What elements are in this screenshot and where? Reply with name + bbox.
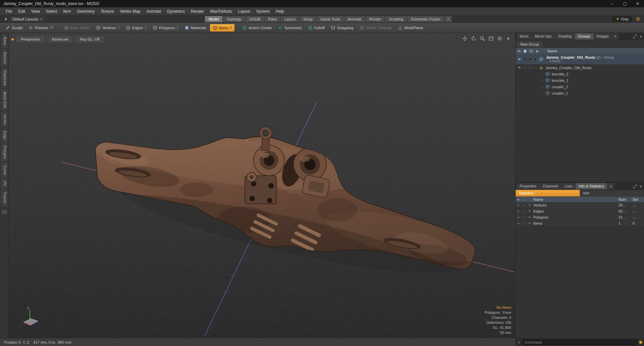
menu-item[interactable]: Item — [60, 8, 74, 15]
side-tab-uv[interactable]: UV — [1, 178, 7, 189]
default-layouts-dropdown[interactable]: Default Layouts ▾ — [9, 16, 45, 22]
auto-select-button[interactable]: Auto Select — [61, 24, 93, 32]
side-tab-deform[interactable]: Deform — [1, 49, 7, 66]
stats-row-items[interactable]: + - ► Items 1 0 — [516, 220, 644, 226]
advanced-button[interactable]: Advanced — [47, 36, 73, 42]
add-panel-tab-button[interactable]: + — [607, 183, 614, 189]
falloff-button[interactable]: Falloff — [305, 24, 327, 32]
menu-geometry[interactable]: Geometry — [74, 8, 98, 15]
side-tab-polygon[interactable]: Polygon — [1, 143, 7, 162]
menu-animate[interactable]: Animate — [143, 8, 164, 15]
collapse-button[interactable]: - — [521, 215, 527, 219]
side-tab-duplicate[interactable]: Duplicate — [1, 68, 7, 88]
symmetry-button[interactable]: Symmetry — [275, 24, 305, 32]
menu-texture[interactable]: Texture — [98, 8, 117, 15]
mesh-checkbox-1[interactable] — [524, 66, 527, 69]
group-row[interactable]: Janney_Coupler_Old_Rusty (2) : Group 5 I… — [516, 54, 644, 64]
tab-images[interactable]: Images — [594, 33, 612, 40]
side-tab-vertex[interactable]: Vertex — [1, 112, 7, 127]
viewport-gear-icon[interactable] — [497, 36, 502, 41]
tree-row-knuckle-1[interactable]: knuckle_1 — [516, 77, 644, 83]
collapse-button[interactable]: - — [521, 221, 527, 225]
tab-uvedit[interactable]: UVEdit — [245, 16, 264, 22]
add-layout-tab-button[interactable]: + — [444, 16, 452, 22]
add-panel-tab-button[interactable]: + — [612, 33, 619, 40]
tab-setup[interactable]: Setup — [300, 16, 317, 22]
mesh-checkbox-2[interactable] — [529, 66, 532, 69]
menu-system[interactable]: System — [253, 8, 273, 15]
panel-menu-icon[interactable] — [639, 184, 643, 188]
menu-select[interactable]: Select — [43, 8, 60, 15]
tab-items[interactable]: Items — [517, 33, 532, 40]
tab-schematic-fusion[interactable]: Schematic Fusion — [407, 16, 444, 22]
menu-view[interactable]: View — [28, 8, 43, 15]
edges-mode-button[interactable]: Edges 2 — [123, 24, 149, 32]
snapping-button[interactable]: Snapping — [328, 24, 356, 32]
sub-tab-statistics[interactable]: Statistics — [516, 190, 580, 196]
stats-row-edges[interactable]: + - ► Edges 42... ... — [516, 208, 644, 214]
menu-maxtomodo[interactable]: MaxToModo — [207, 8, 235, 15]
side-tab-mesh-edit[interactable]: Mesh Edit — [1, 89, 7, 111]
menu-dynamics[interactable]: Dynamics — [164, 8, 188, 15]
collapse-button[interactable]: - — [521, 209, 527, 213]
expand-button[interactable]: + — [516, 221, 521, 225]
select-through-button[interactable]: Select Through — [357, 24, 395, 32]
tab-scripting[interactable]: Scripting — [385, 16, 407, 22]
new-group-button[interactable]: New Group — [517, 42, 542, 47]
tree-row-mesh[interactable]: Janney_Coupler_Old_Rusty — [516, 64, 644, 71]
command-history-icon[interactable] — [639, 341, 642, 344]
settings-gear-icon[interactable] — [636, 16, 641, 21]
expand-button[interactable]: + — [516, 203, 521, 207]
maximize-viewport-icon[interactable] — [488, 36, 494, 41]
eye-icon[interactable] — [517, 57, 522, 61]
items-mode-button[interactable]: Items 5 — [210, 24, 235, 32]
tab-mesh-ops[interactable]: Mesh Ops — [532, 33, 555, 40]
expand-button[interactable]: + — [516, 209, 521, 213]
zoom-icon[interactable] — [480, 36, 485, 41]
sub-tab-info[interactable]: Info — [580, 190, 644, 196]
tree-row-coupler-1[interactable]: coupler_1 — [516, 90, 644, 96]
only-button[interactable]: ★ Only — [612, 16, 632, 22]
viewport-more-icon[interactable] — [506, 36, 511, 41]
sculpt-button[interactable]: Sculpt — [3, 24, 25, 32]
tab-topology[interactable]: Topology — [223, 16, 245, 22]
close-button[interactable]: ✕ — [631, 0, 644, 7]
tab-paint[interactable]: Paint — [265, 16, 280, 22]
stats-row-vertices[interactable]: + - ► Vertices 20... ... — [516, 202, 644, 208]
tree-row-knuckle-2[interactable]: knuckle_2 — [516, 71, 644, 77]
side-tab-edge[interactable]: Edge — [1, 128, 7, 142]
tab-info-statistics[interactable]: Info & Statistics — [576, 183, 607, 189]
panel-menu-icon[interactable] — [639, 35, 643, 39]
side-tab-curve[interactable]: Curve — [1, 163, 7, 178]
tab-model[interactable]: Model — [205, 16, 222, 22]
tab-shading[interactable]: Shading — [555, 33, 575, 40]
side-tab-fusion[interactable]: Fusion — [1, 190, 7, 206]
perspective-button[interactable]: Perspective — [16, 36, 45, 42]
stats-row-polygons[interactable]: + - ► Polygons 21... ... — [516, 214, 644, 220]
eye-icon[interactable] — [517, 65, 522, 70]
layouts-home-icon[interactable] — [2, 17, 9, 21]
pan-icon[interactable] — [462, 36, 468, 41]
3d-viewport[interactable]: Perspective Advanced Ray GL: Off No Item… — [9, 33, 515, 338]
row-arrow-icon[interactable]: ► — [527, 210, 533, 213]
tab-groups[interactable]: Groups — [575, 33, 593, 40]
expand-button[interactable]: + — [516, 215, 521, 219]
command-input[interactable] — [523, 339, 637, 345]
polygons-mode-button[interactable]: Polygons 3 — [150, 24, 181, 32]
tab-properties[interactable]: Properties — [517, 183, 539, 189]
menu-layout[interactable]: Layout — [235, 8, 253, 15]
group-checkbox-2[interactable] — [529, 58, 532, 61]
menu-help[interactable]: Help — [273, 8, 287, 15]
maximize-button[interactable]: ▢ — [619, 0, 631, 7]
group-checkbox-1[interactable] — [524, 58, 527, 61]
menu-file[interactable]: File — [3, 8, 15, 15]
group-checkbox-3[interactable] — [534, 58, 537, 61]
side-tab-basic[interactable]: Basic — [1, 34, 7, 48]
menu-edit[interactable]: Edit — [15, 8, 28, 15]
tab-game-tools[interactable]: Game Tools — [317, 16, 344, 22]
tab-render[interactable]: Render — [365, 16, 385, 22]
action-center-button[interactable]: Action Center — [239, 24, 275, 32]
panel-expand-icon[interactable] — [633, 35, 637, 39]
vertices-mode-button[interactable]: Vertices 1 — [93, 24, 122, 32]
menu-render[interactable]: Render — [188, 8, 207, 15]
